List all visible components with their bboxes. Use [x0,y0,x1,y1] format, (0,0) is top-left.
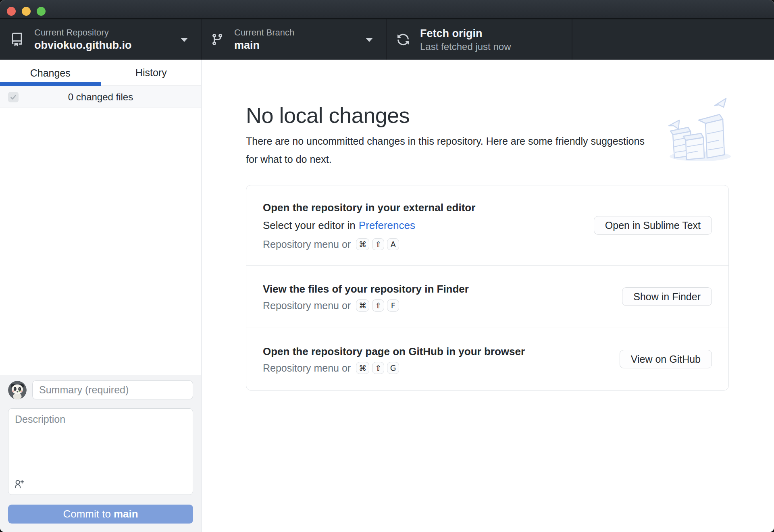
suggestion-title: Open the repository page on GitHub in yo… [263,344,525,359]
select-all-checkbox[interactable] [8,92,19,102]
fetch-origin-subtitle: Last fetched just now [420,41,511,53]
suggestion-row-external-editor: Open the repository in your external edi… [246,185,728,265]
suggestion-row-github: Open the repository page on GitHub in yo… [246,328,728,390]
commit-button[interactable]: Commit tomain [8,505,193,524]
commit-button-prefix: Commit to [63,508,110,520]
zoom-button[interactable] [37,7,46,16]
close-button[interactable] [7,7,16,16]
check-icon [10,94,17,101]
suggestion-subtitle: Select your editor in [263,219,356,231]
page-description: There are no uncommitted changes in this… [246,132,657,168]
letter-key: A [387,238,399,250]
shift-key: ⇧ [372,299,384,312]
current-branch-dropdown[interactable]: Current Branch main [202,19,387,60]
fetch-origin-button[interactable]: Fetch origin Last fetched just now [387,19,572,60]
suggestion-row-finder: View the files of your repository in Fin… [246,265,728,328]
changed-files-count: 0 changed files [68,91,133,103]
toolbar-spacer [572,19,774,60]
app-window: Current Repository obviokuo.github.io Cu… [0,0,774,532]
tab-history[interactable]: History [101,60,202,86]
changes-list-empty [0,108,201,375]
add-co-authors-icon[interactable] [14,478,25,491]
letter-key: G [387,362,399,374]
cmd-key: ⌘ [356,238,369,250]
git-branch-icon [211,33,224,46]
shortcut-hint: Repository menu or [263,300,351,312]
avatar [8,381,27,399]
shortcut-hint: Repository menu or [263,239,351,250]
paper-stack-illustration [667,95,732,163]
chevron-down-icon [366,38,373,42]
chevron-down-icon [181,38,188,42]
sidebar: Changes History 0 changed files [0,60,202,532]
current-repository-label: Current Repository [34,27,131,38]
current-branch-value: main [234,39,294,52]
preferences-link[interactable]: Preferences [359,219,415,231]
commit-form: Commit tomain [0,375,201,532]
open-in-editor-button[interactable]: Open in Sublime Text [594,216,712,235]
suggestion-title: Open the repository in your external edi… [263,200,475,215]
tab-changes[interactable]: Changes [0,60,101,86]
fetch-origin-title: Fetch origin [420,27,511,40]
show-in-finder-button[interactable]: Show in Finder [622,287,712,306]
view-on-github-button[interactable]: View on GitHub [620,350,712,368]
summary-input[interactable] [32,380,193,399]
suggestions-card: Open the repository in your external edi… [246,185,729,391]
letter-key: F [387,299,399,312]
toolbar: Current Repository obviokuo.github.io Cu… [0,19,774,60]
main-panel: No local changes There are no uncommitte… [202,60,774,532]
cmd-key: ⌘ [356,362,369,374]
titlebar [0,0,774,19]
description-input[interactable] [8,408,193,495]
cmd-key: ⌘ [356,299,369,312]
content: Changes History 0 changed files [0,60,774,532]
current-branch-label: Current Branch [234,27,294,38]
current-repository-dropdown[interactable]: Current Repository obviokuo.github.io [0,19,202,60]
sidebar-tabs: Changes History [0,60,201,86]
commit-button-branch: main [114,508,138,520]
current-repository-value: obviokuo.github.io [34,39,131,52]
suggestion-title: View the files of your repository in Fin… [263,282,469,296]
repo-icon [10,33,24,46]
changed-files-row: 0 changed files [0,86,201,108]
shortcut-hint: Repository menu or [263,362,351,374]
shift-key: ⇧ [372,238,384,250]
minimize-button[interactable] [22,7,31,16]
sync-icon [397,33,410,46]
shift-key: ⇧ [372,362,384,374]
